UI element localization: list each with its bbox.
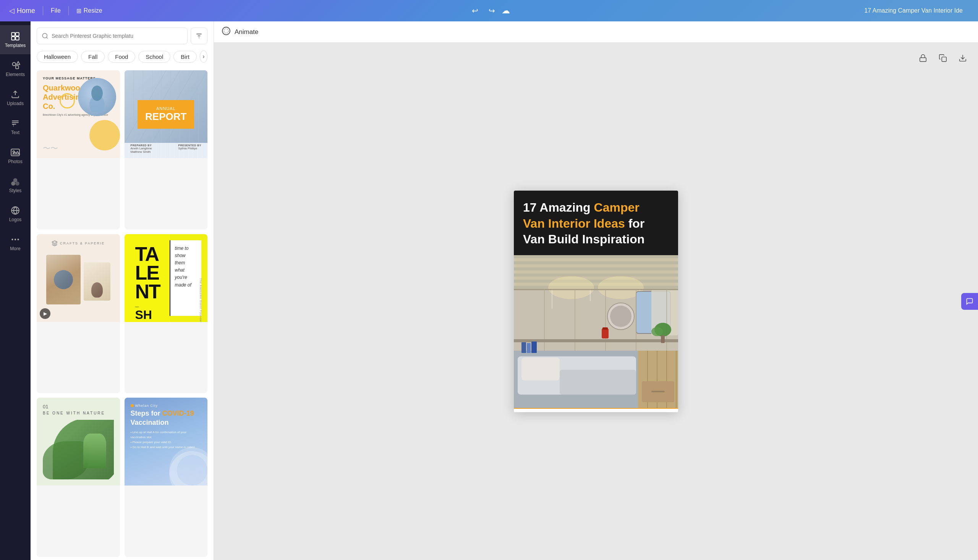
svg-point-11	[16, 182, 19, 185]
talent-big-text: TALENT	[135, 245, 165, 302]
tag-food[interactable]: Food	[108, 51, 135, 63]
covid-steps: • Line up at Hall A for confirmation of …	[131, 430, 202, 450]
svg-rect-66	[603, 327, 608, 330]
file-label: File	[51, 7, 61, 14]
cloud-save-icon[interactable]: ☁	[501, 6, 510, 16]
elements-icon	[10, 60, 20, 70]
templates-label: Templates	[5, 43, 26, 48]
redo-button[interactable]: ↪	[485, 4, 498, 18]
sidebar-item-more[interactable]: More	[0, 228, 30, 257]
svg-point-55	[610, 306, 631, 327]
talent-italic: time toshowthemwhatyou'remade of	[175, 245, 197, 289]
canvas-card-header: 17 Amazing CamperVan Interior Ideas forV…	[514, 191, 678, 255]
talent-layout: TALENT — SHOW time toshowthemwhatyou'rem…	[131, 240, 202, 316]
tag-fall[interactable]: Fall	[81, 51, 105, 63]
elements-label: Elements	[6, 72, 25, 77]
tag-birt[interactable]: Birt	[173, 51, 197, 63]
svg-rect-64	[514, 339, 678, 342]
templates-icon	[10, 31, 20, 41]
main-layout: Templates Elements Uploads T Text	[0, 22, 978, 560]
svg-rect-5	[16, 66, 19, 69]
copy-button[interactable]	[935, 50, 950, 66]
template-card-craft[interactable]: CRAFTS & PAPERIE ▶	[37, 234, 120, 393]
van-interior-svg	[514, 255, 678, 408]
topbar-divider	[43, 6, 43, 15]
uploads-icon	[10, 89, 20, 99]
download-button[interactable]	[955, 50, 970, 66]
talent-left: TALENT — SHOW	[131, 240, 170, 316]
resize-icon: ⊞	[77, 7, 82, 15]
filter-button[interactable]	[191, 28, 207, 44]
leaf-small	[43, 441, 88, 479]
sidebar-item-templates[interactable]: Templates	[0, 25, 30, 54]
report-annual-label: ANNUAL	[145, 106, 187, 111]
topbar: ◁ Home File ⊞ Resize ↩ ↪ ☁ 17 Amazing Ca…	[0, 0, 978, 22]
sidebar-item-text[interactable]: T Text	[0, 112, 30, 141]
comment-button[interactable]	[961, 293, 978, 310]
svg-point-68	[651, 327, 663, 336]
craft-logo: CRAFTS & PAPERIE	[60, 242, 105, 245]
canvas-card-image	[514, 255, 678, 408]
card-advertising-squiggle: 〜〜	[43, 143, 58, 153]
svg-point-14	[12, 239, 13, 240]
svg-rect-83	[531, 342, 537, 353]
search-input[interactable]	[52, 33, 183, 39]
template-card-advertising[interactable]: YOUR MESSAGE MATTERS. QuarkwoodAdvertisi…	[37, 70, 120, 230]
sidebar-item-elements[interactable]: Elements	[0, 54, 30, 83]
lock-button[interactable]	[915, 50, 931, 66]
file-button[interactable]: File	[51, 7, 61, 14]
svg-rect-2	[12, 37, 15, 40]
topbar-divider2	[68, 6, 69, 15]
card-nature-content: 01 BE ONE WITH NATURE	[37, 398, 120, 485]
svg-marker-6	[17, 62, 20, 65]
nature-num: 01	[43, 404, 114, 410]
canvas-card-main[interactable]: 17 Amazing CamperVan Interior Ideas forV…	[514, 191, 678, 412]
report-orange-box: ANNUAL REPORT	[138, 100, 194, 129]
canvas-workspace[interactable]: 17 Amazing CamperVan Interior Ideas forV…	[214, 43, 978, 560]
template-card-covid[interactable]: Whelan City Steps for COVID-19Vaccinatio…	[125, 398, 208, 557]
animate-label[interactable]: Animate	[235, 28, 258, 36]
covid-city: Whelan City	[131, 404, 202, 408]
card-advertising-circle	[78, 78, 116, 116]
yellow-circle	[89, 120, 120, 150]
template-card-nature[interactable]: 01 BE ONE WITH NATURE	[37, 398, 120, 557]
nature-text: BE ONE WITH NATURE	[43, 411, 114, 415]
talent-right: time toshowthemwhatyou'remade of The Awe…	[170, 240, 202, 316]
sidebar-item-styles[interactable]: Styles	[0, 170, 30, 199]
tag-halloween[interactable]: Halloween	[37, 51, 78, 63]
template-card-report[interactable]: ANNUAL REPORT PREPARED BY Aneth Langtime…	[125, 70, 208, 230]
topbar-center: ↩ ↪ ☁	[468, 4, 510, 18]
template-card-talent[interactable]: TALENT — SHOW time toshowthemwhatyou'rem…	[125, 234, 208, 393]
lock-icon	[919, 54, 927, 62]
topbar-left: ◁ Home File ⊞ Resize	[9, 6, 102, 15]
card-craft-content: CRAFTS & PAPERIE ▶	[37, 234, 120, 322]
canvas-card-title: 17 Amazing CamperVan Interior Ideas forV…	[523, 200, 669, 248]
undo-button[interactable]: ↩	[468, 4, 482, 18]
covid-step2: • Please prepare your valid ID.	[131, 440, 202, 445]
search-box[interactable]	[37, 28, 188, 44]
covid-title: Steps for COVID-19Vaccination	[131, 409, 202, 427]
sidebar-item-uploads[interactable]: Uploads	[0, 83, 30, 112]
resize-button[interactable]: ⊞ Resize	[77, 7, 102, 15]
covid-dot	[131, 404, 134, 407]
svg-rect-65	[602, 328, 608, 338]
tag-more-button[interactable]: ›	[200, 50, 207, 63]
home-button[interactable]: ◁ Home	[9, 7, 35, 15]
sidebar-item-photos[interactable]: Photos	[0, 141, 30, 170]
sidebar-item-logos[interactable]: Logos	[0, 199, 30, 228]
templates-panel: Halloween Fall Food School Birt › YOUR M…	[30, 22, 214, 560]
svg-rect-69	[661, 335, 665, 343]
svg-rect-73	[560, 370, 636, 395]
logos-icon	[10, 205, 20, 215]
more-icon	[10, 235, 20, 245]
animate-svg-icon	[222, 27, 231, 35]
svg-rect-80	[651, 391, 665, 392]
craft-img-small	[84, 262, 110, 301]
svg-point-37	[224, 28, 228, 33]
play-badge[interactable]: ▶	[40, 308, 50, 319]
report-footer: PREPARED BY Aneth Langtime Matthew Smith…	[125, 144, 208, 153]
filter-icon	[195, 32, 203, 40]
tag-school[interactable]: School	[138, 51, 170, 63]
svg-rect-46	[514, 273, 678, 277]
nature-visual	[43, 420, 114, 479]
